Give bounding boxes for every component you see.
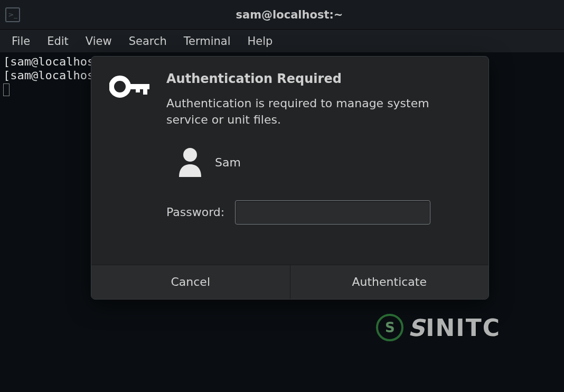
menu-file[interactable]: File bbox=[3, 32, 39, 51]
menu-edit[interactable]: Edit bbox=[39, 32, 77, 51]
cancel-button[interactable]: Cancel bbox=[91, 265, 290, 299]
prompt-glyph-icon: >_ bbox=[8, 11, 17, 18]
window-title: sam@localhost:~ bbox=[20, 8, 559, 21]
svg-rect-3 bbox=[136, 88, 140, 92]
terminal-cursor bbox=[3, 83, 10, 96]
auth-dialog: Authentication Required Authentication i… bbox=[91, 56, 489, 300]
authenticate-button[interactable]: Authenticate bbox=[290, 265, 489, 299]
dialog-body: Authentication Required Authentication i… bbox=[91, 57, 488, 265]
menubar: File Edit View Search Terminal Help bbox=[0, 30, 564, 53]
dialog-title: Authentication Required bbox=[166, 71, 471, 86]
menu-help[interactable]: Help bbox=[239, 32, 281, 51]
user-name: Sam bbox=[215, 156, 241, 169]
dialog-actions: Cancel Authenticate bbox=[91, 265, 488, 299]
menu-search[interactable]: Search bbox=[120, 32, 175, 51]
watermark: S SINITC bbox=[376, 314, 501, 341]
avatar-icon bbox=[177, 146, 203, 179]
watermark-text: SINITC bbox=[408, 314, 501, 341]
svg-point-4 bbox=[183, 148, 197, 162]
watermark-logo-icon: S bbox=[376, 314, 403, 341]
window-titlebar: >_ sam@localhost:~ bbox=[0, 0, 564, 30]
menu-view[interactable]: View bbox=[77, 32, 120, 51]
password-row: Password: bbox=[166, 200, 471, 225]
terminal-app-icon: >_ bbox=[5, 7, 20, 22]
password-input[interactable] bbox=[235, 200, 430, 225]
password-label: Password: bbox=[166, 206, 224, 219]
svg-rect-2 bbox=[143, 88, 147, 95]
menu-terminal[interactable]: Terminal bbox=[175, 32, 239, 51]
dialog-content: Authentication Required Authentication i… bbox=[166, 71, 471, 225]
dialog-message: Authentication is required to manage sys… bbox=[166, 96, 471, 128]
user-row: Sam bbox=[177, 146, 471, 179]
key-icon bbox=[109, 73, 151, 225]
svg-point-0 bbox=[111, 78, 128, 95]
